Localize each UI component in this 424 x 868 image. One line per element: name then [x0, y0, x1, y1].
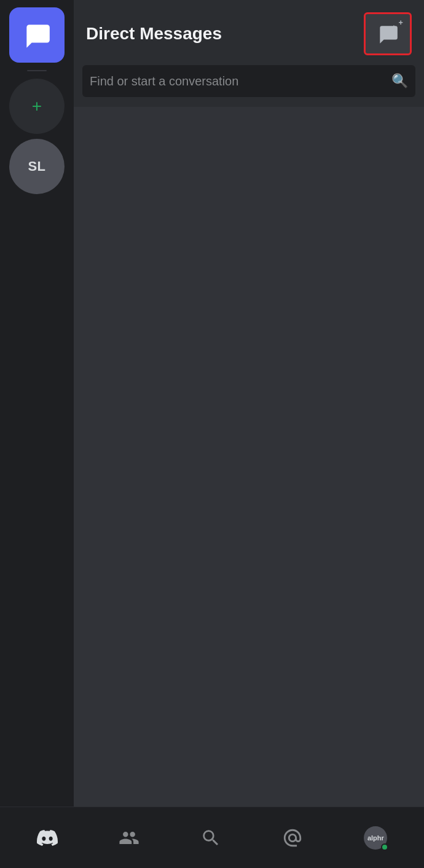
- dm-panel: Direct Messages + + 🔍: [74, 0, 424, 807]
- dm-content-area: [74, 107, 424, 807]
- plus-badge-icon: +: [396, 17, 407, 28]
- new-dm-button[interactable]: + +: [364, 12, 412, 55]
- plus-icon: +: [32, 98, 42, 115]
- avatar-initials: SL: [28, 158, 45, 174]
- main-layout: + SL Direct Messages + + 🔍: [0, 0, 424, 807]
- svg-text:+: +: [391, 23, 396, 32]
- dm-title: Direct Messages: [86, 24, 222, 44]
- add-server-button[interactable]: +: [9, 79, 65, 134]
- dm-header: Direct Messages + +: [74, 0, 424, 65]
- search-bar[interactable]: 🔍: [82, 65, 415, 97]
- direct-messages-icon[interactable]: [9, 7, 65, 63]
- nav-avatar-icon: alphr: [364, 826, 387, 850]
- user-avatar[interactable]: SL: [9, 139, 65, 194]
- nav-item-search[interactable]: [190, 823, 231, 853]
- server-sidebar: + SL: [0, 0, 74, 807]
- nav-avatar-text: alphr: [367, 834, 384, 842]
- svg-text:+: +: [399, 18, 403, 27]
- nav-item-mentions[interactable]: [272, 823, 313, 853]
- nav-item-profile[interactable]: alphr: [354, 821, 397, 854]
- search-icon: 🔍: [391, 73, 408, 89]
- mention-icon: [282, 827, 303, 848]
- server-divider: [27, 70, 47, 71]
- nav-search-icon: [200, 827, 221, 848]
- friends-icon: [119, 827, 139, 848]
- search-input[interactable]: [90, 74, 391, 88]
- nav-item-friends[interactable]: [109, 823, 149, 853]
- discord-logo-icon: [37, 827, 58, 848]
- chat-bubble-icon: [22, 20, 52, 50]
- nav-avatar-container: alphr: [364, 826, 387, 850]
- bottom-nav: alphr: [0, 807, 424, 868]
- nav-avatar-status: [381, 843, 388, 851]
- nav-item-home[interactable]: [27, 823, 68, 853]
